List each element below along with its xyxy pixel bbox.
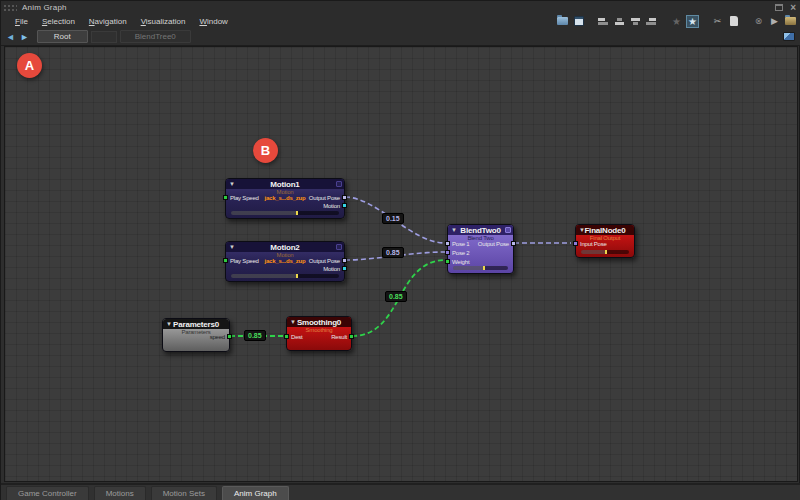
zoom-fit-all-icon[interactable]: ★	[670, 15, 683, 27]
node-motion1[interactable]: ▼ Motion1 Motion Play Speedjack_s...ds_z…	[225, 178, 345, 219]
nav-forward-icon[interactable]: ►	[20, 32, 29, 42]
paste-icon[interactable]	[727, 15, 740, 27]
port-play-speed[interactable]	[223, 195, 228, 200]
tab-game-controller[interactable]: Game Controller	[6, 486, 89, 500]
node-title: Parameters0	[163, 320, 229, 329]
menu-visualization[interactable]: Visualization	[141, 17, 186, 26]
node-blendtwo0[interactable]: ▼ BlendTwo0 Blend Two Pose 1Output Pose …	[447, 224, 514, 274]
port-input-pose[interactable]	[573, 241, 578, 246]
port-output-pose[interactable]	[342, 258, 347, 263]
port-pose1[interactable]	[445, 241, 450, 246]
tab-anim-graph[interactable]: Anim Graph	[222, 486, 289, 500]
port-motion[interactable]	[342, 266, 347, 271]
port-dest[interactable]	[284, 334, 289, 339]
tab-motion-sets[interactable]: Motion Sets	[151, 486, 217, 500]
open-in-new-icon[interactable]	[784, 15, 797, 27]
title-bar[interactable]: Anim Graph ×	[1, 1, 800, 14]
port-speed[interactable]	[227, 334, 232, 339]
node-title: Motion2	[226, 243, 344, 252]
connection-weight-label: 0.85	[382, 247, 404, 258]
node-title: Motion1	[226, 180, 344, 189]
visualize-icon[interactable]	[336, 181, 342, 187]
close-icon[interactable]: ×	[790, 4, 796, 12]
anim-graph-window: Anim Graph × File Selection Navigation V…	[0, 0, 800, 500]
activate-icon[interactable]: ▶	[768, 15, 781, 27]
port-label-pose2: Pose 2	[452, 250, 469, 256]
playback-bar	[581, 250, 629, 254]
port-label-output-pose: Output Pose	[309, 195, 340, 201]
playback-bar	[231, 274, 339, 278]
visualize-icon[interactable]	[505, 227, 511, 233]
port-label-input-pose: Input Pose	[580, 241, 607, 247]
port-output-pose[interactable]	[511, 241, 516, 246]
align-left-icon[interactable]	[597, 15, 610, 27]
port-label-weight: Weight	[452, 259, 469, 265]
nav-back-icon[interactable]: ◄	[6, 32, 15, 42]
port-label-output-pose: Output Pose	[478, 241, 509, 247]
tab-motions[interactable]: Motions	[94, 486, 146, 500]
port-label-dest: Dest	[291, 334, 303, 340]
open-icon[interactable]	[556, 15, 569, 27]
annotation-badge-a: A	[17, 53, 42, 78]
node-motion2[interactable]: ▼ Motion2 Motion Play Speedjack_s...ds_z…	[225, 241, 345, 282]
port-label-pose1: Pose 1	[452, 241, 469, 247]
align-bottom-icon[interactable]	[613, 15, 626, 27]
save-icon[interactable]	[572, 15, 585, 27]
breadcrumb-current[interactable]: BlendTree0	[120, 30, 191, 43]
menu-selection[interactable]: Selection	[42, 17, 75, 26]
align-top-icon[interactable]	[629, 15, 642, 27]
port-motion[interactable]	[342, 203, 347, 208]
node-smoothing0[interactable]: ▼ Smoothing0 Smoothing DestResult	[286, 316, 352, 351]
toolbar: ★ ★ ✂ ⊗ ▶	[556, 15, 797, 28]
maximize-icon[interactable]	[775, 4, 783, 11]
connection-weight-label: 0.85	[385, 291, 407, 302]
visualize-icon[interactable]	[336, 244, 342, 250]
port-output-pose[interactable]	[342, 195, 347, 200]
port-result[interactable]	[349, 334, 354, 339]
port-label-output-pose: Output Pose	[309, 258, 340, 264]
port-label-motion: Motion	[323, 203, 340, 209]
menu-bar: File Selection Navigation Visualization …	[1, 14, 800, 28]
node-finalnode0[interactable]: ▼ FinalNode0 Final Output Input Pose	[575, 224, 635, 258]
menu-navigation[interactable]: Navigation	[89, 17, 127, 26]
image-icon[interactable]	[783, 32, 795, 41]
port-play-speed[interactable]	[223, 258, 228, 263]
node-title: FinalNode0	[576, 226, 634, 235]
port-label-speed: speed	[210, 334, 225, 340]
drag-grip-icon[interactable]	[3, 4, 17, 12]
port-label-motion: Motion	[323, 266, 340, 272]
playback-bar	[453, 266, 508, 270]
breadcrumb-separator	[91, 31, 117, 43]
navigation-bar: ◄ ► Root BlendTree0	[1, 28, 800, 46]
playback-bar	[231, 211, 339, 215]
connection-weight-label: 0.85	[244, 330, 266, 341]
node-title: Smoothing0	[287, 318, 351, 327]
node-title: BlendTwo0	[448, 226, 513, 235]
menu-file[interactable]: File	[15, 17, 28, 26]
connection-weight-label: 0.15	[382, 213, 404, 224]
zoom-fit-selection-icon[interactable]: ★	[686, 15, 699, 28]
graph-canvas[interactable]: A B ▼ Motion1 Motion Play Speedjack_s...…	[4, 46, 798, 482]
remove-icon[interactable]: ⊗	[752, 15, 765, 27]
cut-icon[interactable]: ✂	[711, 15, 724, 27]
menu-window[interactable]: Window	[199, 17, 227, 26]
port-label-result: Result	[331, 334, 347, 340]
bottom-tab-bar: Game Controller Motions Motion Sets Anim…	[1, 483, 800, 500]
window-title: Anim Graph	[22, 3, 67, 12]
annotation-badge-b: B	[253, 138, 278, 163]
port-pose2[interactable]	[445, 250, 450, 255]
port-weight[interactable]	[445, 259, 450, 264]
align-right-icon[interactable]	[645, 15, 658, 27]
breadcrumb-root[interactable]: Root	[37, 30, 88, 43]
node-parameters0[interactable]: ▼ Parameters0 Parameters speed	[162, 318, 230, 352]
